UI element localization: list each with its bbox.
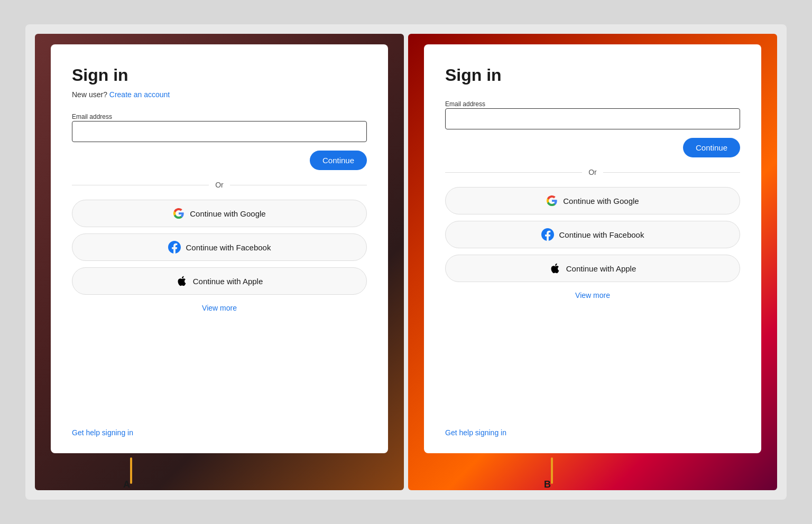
- apple-button-a[interactable]: Continue with Apple: [72, 267, 367, 295]
- panel-a: Sign in New user? Create an account Emai…: [35, 34, 404, 490]
- apple-icon-b: [549, 263, 561, 274]
- facebook-button-label-b: Continue with Facebook: [559, 230, 644, 239]
- facebook-button-b[interactable]: Continue with Facebook: [445, 221, 740, 248]
- email-field-group-b: Email address: [445, 99, 740, 138]
- card-b: Sign in Email address Continue Or: [424, 44, 761, 453]
- indicator-bar-a: [130, 457, 132, 484]
- continue-button-a[interactable]: Continue: [310, 151, 367, 170]
- panel-b: Sign in Email address Continue Or: [408, 34, 777, 490]
- continue-btn-row-a: Continue: [72, 151, 367, 170]
- google-icon-b: [546, 195, 558, 207]
- or-text-a: Or: [215, 181, 224, 189]
- apple-button-b[interactable]: Continue with Apple: [445, 255, 740, 282]
- or-text-b: Or: [588, 168, 597, 176]
- google-button-label-a: Continue with Google: [190, 209, 265, 218]
- get-help-b: Get help signing in: [445, 428, 740, 437]
- indicator-bar-b: [551, 457, 553, 484]
- view-more-link-b[interactable]: View more: [575, 291, 610, 300]
- view-more-a: View more: [72, 303, 367, 313]
- new-user-label-a: New user?: [72, 90, 107, 99]
- or-line-left-a: [72, 185, 209, 185]
- email-input-a[interactable]: [72, 121, 367, 142]
- google-button-a[interactable]: Continue with Google: [72, 200, 367, 227]
- facebook-icon-b: [541, 228, 554, 241]
- google-button-b[interactable]: Continue with Google: [445, 187, 740, 214]
- new-user-text-a: New user? Create an account: [72, 90, 367, 99]
- or-divider-b: Or: [445, 168, 740, 176]
- sign-in-title-a: Sign in: [72, 66, 367, 85]
- outer-frame: Sign in New user? Create an account Emai…: [25, 24, 787, 500]
- or-line-right-a: [230, 185, 367, 185]
- email-label-b: Email address: [445, 100, 485, 108]
- apple-icon-a: [176, 275, 188, 287]
- apple-button-label-b: Continue with Apple: [566, 264, 636, 273]
- continue-button-b[interactable]: Continue: [683, 138, 740, 157]
- indicator-label-a: A: [123, 479, 130, 490]
- indicator-label-b: B: [544, 479, 551, 490]
- create-account-link-a[interactable]: Create an account: [109, 90, 170, 99]
- get-help-a: Get help signing in: [72, 428, 367, 437]
- email-label-a: Email address: [72, 113, 112, 120]
- facebook-icon-a: [168, 241, 181, 254]
- email-field-group-a: Email address: [72, 111, 367, 151]
- get-help-link-b[interactable]: Get help signing in: [445, 428, 506, 437]
- facebook-button-label-a: Continue with Facebook: [186, 243, 271, 252]
- google-button-label-b: Continue with Google: [563, 196, 639, 205]
- or-divider-a: Or: [72, 181, 367, 189]
- google-icon-a: [173, 208, 184, 219]
- view-more-b: View more: [445, 291, 740, 300]
- get-help-link-a[interactable]: Get help signing in: [72, 428, 133, 437]
- sign-in-title-b: Sign in: [445, 66, 740, 85]
- email-input-b[interactable]: [445, 108, 740, 129]
- or-line-right-b: [603, 172, 740, 173]
- apple-button-label-a: Continue with Apple: [193, 277, 263, 286]
- facebook-button-a[interactable]: Continue with Facebook: [72, 233, 367, 261]
- or-line-left-b: [445, 172, 582, 173]
- card-a: Sign in New user? Create an account Emai…: [51, 44, 388, 453]
- view-more-link-a[interactable]: View more: [202, 304, 237, 312]
- continue-btn-row-b: Continue: [445, 138, 740, 157]
